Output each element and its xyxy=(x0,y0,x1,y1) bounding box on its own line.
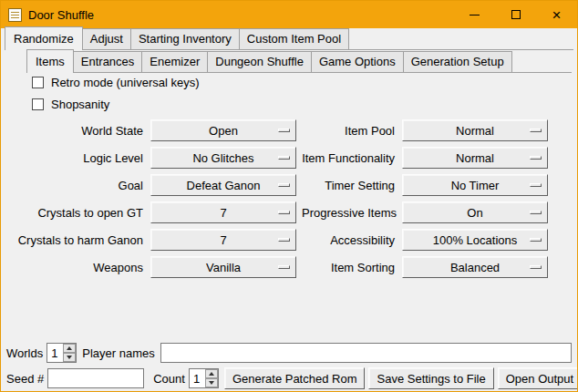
item-pool-label: Item Pool xyxy=(302,124,397,138)
crystals-harm-ganon-value: 7 xyxy=(220,233,226,247)
item-sorting-label: Item Sorting xyxy=(302,261,397,274)
item-sorting-value: Balanced xyxy=(450,261,500,274)
count-spin-down-button[interactable] xyxy=(205,378,218,387)
weapons-dropdown[interactable]: Vanilla xyxy=(150,256,296,278)
accessibility-value: 100% Locations xyxy=(433,233,518,247)
worlds-label: Worlds xyxy=(6,346,43,360)
crystals-harm-ganon-label: Crystals to harm Ganon xyxy=(8,233,145,247)
progressive-items-dropdown[interactable]: On xyxy=(402,201,548,223)
timer-setting-value: No Timer xyxy=(451,179,500,192)
item-functionality-value: Normal xyxy=(456,151,494,165)
main-tabstrip: Randomize Adjust Starting Inventory Cust… xyxy=(5,29,573,50)
tab-entrances[interactable]: Entrances xyxy=(73,51,143,72)
generate-patched-rom-button[interactable]: Generate Patched Rom xyxy=(224,367,366,389)
menubutton-indicator-icon xyxy=(530,183,542,187)
worlds-spin-up-button[interactable] xyxy=(63,344,76,353)
worlds-row: Worlds 1 Player names xyxy=(6,342,572,364)
menubutton-indicator-icon xyxy=(278,238,290,242)
logic-level-label: Logic Level xyxy=(8,151,145,165)
close-button[interactable]: × xyxy=(536,1,577,28)
shopsanity-checkbox[interactable] xyxy=(32,98,44,110)
minimize-button[interactable] xyxy=(454,1,495,28)
crystals-open-gt-label: Crystals to open GT xyxy=(8,206,145,220)
count-value[interactable]: 1 xyxy=(190,369,205,387)
tab-randomize[interactable]: Randomize xyxy=(5,26,83,50)
weapons-label: Weapons xyxy=(8,261,145,274)
seed-label: Seed # xyxy=(6,372,44,386)
tab-adjust[interactable]: Adjust xyxy=(82,28,131,49)
menubutton-indicator-icon xyxy=(278,183,290,187)
timer-setting-label: Timer Setting xyxy=(302,179,397,192)
menubutton-indicator-icon xyxy=(278,265,290,269)
retro-mode-label: Retro mode (universal keys) xyxy=(51,76,200,89)
menubutton-indicator-icon xyxy=(530,129,542,132)
menubutton-indicator-icon xyxy=(278,129,290,132)
menubutton-indicator-icon xyxy=(530,265,542,269)
logic-level-value: No Glitches xyxy=(192,151,253,165)
maximize-button[interactable] xyxy=(495,1,536,28)
item-pool-dropdown[interactable]: Normal xyxy=(402,119,548,141)
world-state-label: World State xyxy=(8,124,145,138)
shopsanity-label: Shopsanity xyxy=(51,98,109,111)
accessibility-label: Accessibility xyxy=(302,233,397,247)
retro-mode-checkbox[interactable] xyxy=(32,77,44,88)
seed-row: Seed # Count 1 Generate Patched Rom Save… xyxy=(6,367,573,389)
timer-setting-dropdown[interactable]: No Timer xyxy=(402,174,548,196)
item-sorting-dropdown[interactable]: Balanced xyxy=(402,256,548,278)
titlebar[interactable]: Door Shuffle × xyxy=(1,1,577,28)
crystals-harm-ganon-dropdown[interactable]: 7 xyxy=(150,229,296,251)
crystals-open-gt-value: 7 xyxy=(220,206,226,220)
logic-level-dropdown[interactable]: No Glitches xyxy=(150,147,296,169)
arrow-down-icon xyxy=(67,356,72,359)
menubutton-indicator-icon xyxy=(530,156,542,160)
tab-dungeon-shuffle[interactable]: Dungeon Shuffle xyxy=(207,51,312,72)
worlds-spin-down-button[interactable] xyxy=(63,353,76,362)
goal-value: Defeat Ganon xyxy=(187,179,261,192)
weapons-value: Vanilla xyxy=(206,261,241,274)
minimize-icon xyxy=(470,15,480,15)
tab-generation-setup[interactable]: Generation Setup xyxy=(403,51,512,72)
tab-enemizer[interactable]: Enemizer xyxy=(141,51,208,72)
worlds-value[interactable]: 1 xyxy=(47,344,63,362)
count-label: Count xyxy=(153,372,185,386)
door-shuffle-window: Door Shuffle × Randomize Adjust Starting… xyxy=(0,0,578,392)
goal-label: Goal xyxy=(8,179,145,192)
open-output-directory-button[interactable]: Open Output Directory xyxy=(498,367,578,389)
save-settings-button[interactable]: Save Settings to File xyxy=(368,367,493,389)
world-state-value: Open xyxy=(209,124,238,138)
tab-starting-inventory[interactable]: Starting Inventory xyxy=(130,28,240,49)
window-title: Door Shuffle xyxy=(28,8,94,22)
options-grid: World State Open Item Pool Normal Logic … xyxy=(8,119,548,278)
count-spin-up-button[interactable] xyxy=(205,369,218,378)
maximize-icon xyxy=(511,10,521,19)
progressive-items-value: On xyxy=(467,206,482,220)
tab-game-options[interactable]: Game Options xyxy=(311,51,404,72)
progressive-items-label: Progressive Items xyxy=(302,206,397,220)
arrow-up-icon xyxy=(67,346,72,350)
crystals-open-gt-dropdown[interactable]: 7 xyxy=(150,201,296,223)
menubutton-indicator-icon xyxy=(278,156,290,160)
menubutton-indicator-icon xyxy=(530,238,542,242)
close-icon: × xyxy=(552,7,562,23)
tab-items[interactable]: Items xyxy=(26,49,74,73)
retro-mode-checkbox-row[interactable]: Retro mode (universal keys) xyxy=(32,74,200,90)
player-names-label: Player names xyxy=(82,346,154,360)
arrow-up-icon xyxy=(209,372,214,376)
item-pool-value: Normal xyxy=(456,124,494,138)
arrow-down-icon xyxy=(209,381,214,385)
accessibility-dropdown[interactable]: 100% Locations xyxy=(402,229,548,251)
item-functionality-dropdown[interactable]: Normal xyxy=(402,147,548,169)
count-spinbox[interactable]: 1 xyxy=(189,368,219,388)
seed-input[interactable] xyxy=(47,368,144,388)
menubutton-indicator-icon xyxy=(530,211,542,214)
tab-custom-item-pool[interactable]: Custom Item Pool xyxy=(239,28,349,49)
sub-tabstrip: Items Entrances Enemizer Dungeon Shuffle… xyxy=(26,52,572,73)
player-names-input[interactable] xyxy=(160,343,572,363)
worlds-spinbox[interactable]: 1 xyxy=(46,343,77,363)
app-icon xyxy=(8,8,22,22)
goal-dropdown[interactable]: Defeat Ganon xyxy=(150,174,296,196)
world-state-dropdown[interactable]: Open xyxy=(150,119,296,141)
item-functionality-label: Item Functionality xyxy=(302,151,397,165)
menubutton-indicator-icon xyxy=(278,211,290,214)
shopsanity-checkbox-row[interactable]: Shopsanity xyxy=(32,96,109,112)
